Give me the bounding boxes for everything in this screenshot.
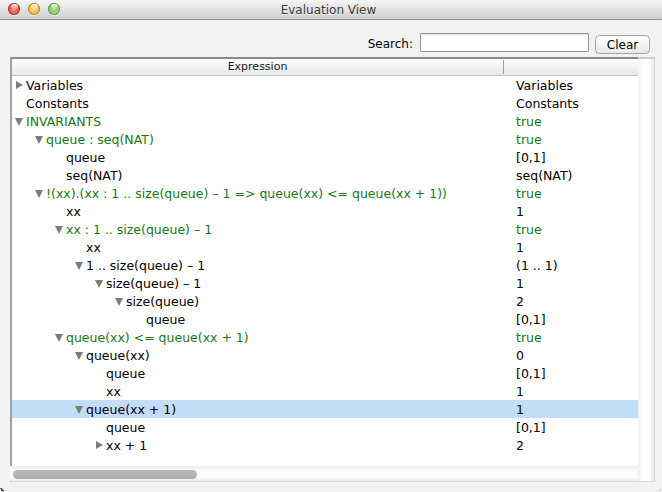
tree-row[interactable]: size(queue)2 [12, 292, 638, 310]
expression-cell: Constants [26, 94, 89, 114]
value-cell: [0,1] [516, 310, 546, 330]
value-cell: 1 [516, 238, 524, 258]
disclosure-triangle-icon[interactable] [94, 436, 106, 454]
horizontal-scrollbar-thumb[interactable] [13, 470, 197, 479]
tree-row[interactable]: queue : seq(NAT)true [12, 130, 638, 148]
expression-cell: xx [66, 202, 81, 222]
disclosure-triangle-icon[interactable] [54, 220, 66, 238]
value-cell: 1 [516, 382, 524, 402]
value-cell: 1 [516, 400, 524, 420]
value-cell: 1 [516, 202, 524, 222]
scrollbar-top-cap [638, 57, 655, 59]
tree-row[interactable]: queue(xx + 1)1 [12, 400, 638, 418]
expression-cell: xx [86, 238, 101, 258]
value-cell: [0,1] [516, 418, 546, 438]
expression-cell: seq(NAT) [66, 166, 122, 186]
value-cell: seq(NAT) [516, 166, 572, 186]
expression-cell: queue [106, 418, 145, 438]
disclosure-triangle-icon[interactable] [74, 400, 86, 418]
expression-cell: queue [66, 148, 105, 168]
tree-row[interactable]: xx1 [12, 382, 638, 400]
tree-row[interactable]: queue[0,1] [12, 148, 638, 166]
window-corner-bottom-left [0, 488, 4, 492]
scrollbar-corner [638, 466, 654, 481]
value-cell: [0,1] [516, 148, 546, 168]
disclosure-triangle-icon[interactable] [34, 184, 46, 202]
expression-cell: !(xx).(xx : 1 .. size(queue) – 1 => queu… [46, 184, 447, 204]
value-cell: 2 [516, 292, 524, 312]
tree-row[interactable]: INVARIANTStrue [12, 112, 638, 130]
tree-row[interactable]: xx1 [12, 202, 638, 220]
expression-cell: queue(xx) <= queue(xx + 1) [66, 328, 249, 348]
tree-row[interactable]: VariablesVariables [12, 76, 638, 94]
value-cell: Variables [516, 76, 573, 96]
expression-cell: xx : 1 .. size(queue) – 1 [66, 220, 212, 240]
table-body: VariablesVariablesConstantsConstantsINVA… [12, 76, 638, 466]
value-cell: true [516, 112, 542, 132]
tree-row[interactable]: queue(xx)0 [12, 346, 638, 364]
evaluation-view-window: Evaluation View Search: Clear Expression… [0, 0, 662, 492]
value-cell: true [516, 328, 542, 348]
disclosure-triangle-icon[interactable] [14, 76, 26, 94]
value-cell: 1 [516, 274, 524, 294]
tree-row[interactable]: 1 .. size(queue) – 1(1 .. 1) [12, 256, 638, 274]
table-header[interactable]: Expression [12, 59, 638, 76]
tree-row[interactable]: queue[0,1] [12, 364, 638, 382]
column-divider[interactable] [503, 60, 504, 74]
twisty-spacer [54, 166, 66, 184]
value-cell: (1 .. 1) [516, 256, 558, 276]
tree-row[interactable]: queue[0,1] [12, 418, 638, 436]
expression-cell: size(queue) [126, 292, 199, 312]
tree-row[interactable]: xx1 [12, 238, 638, 256]
disclosure-triangle-icon[interactable] [114, 292, 126, 310]
horizontal-scrollbar[interactable] [10, 466, 638, 481]
twisty-spacer [134, 310, 146, 328]
tree-row[interactable]: size(queue) – 11 [12, 274, 638, 292]
expression-cell: size(queue) – 1 [106, 274, 201, 294]
twisty-spacer [14, 94, 26, 112]
disclosure-triangle-icon[interactable] [94, 274, 106, 292]
value-cell: Constants [516, 94, 579, 114]
disclosure-triangle-icon[interactable] [74, 346, 86, 364]
value-cell: true [516, 130, 542, 150]
tree-row[interactable]: ConstantsConstants [12, 94, 638, 112]
twisty-spacer [54, 202, 66, 220]
value-cell: [0,1] [516, 364, 546, 384]
tree-row[interactable]: xx : 1 .. size(queue) – 1true [12, 220, 638, 238]
expression-cell: xx [106, 382, 121, 402]
expression-cell: xx + 1 [106, 436, 147, 456]
window-title: Evaluation View [0, 0, 662, 20]
tree-row[interactable]: queue[0,1] [12, 310, 638, 328]
expression-cell: queue(xx) [86, 346, 150, 366]
disclosure-triangle-icon[interactable] [74, 256, 86, 274]
twisty-spacer [74, 238, 86, 256]
search-input[interactable] [420, 33, 589, 52]
value-cell: 0 [516, 346, 524, 366]
value-cell: 2 [516, 436, 524, 456]
twisty-spacer [94, 364, 106, 382]
tree-row[interactable]: !(xx).(xx : 1 .. size(queue) – 1 => queu… [12, 184, 638, 202]
expression-column-header[interactable]: Expression [12, 59, 503, 75]
tree-row[interactable]: seq(NAT)seq(NAT) [12, 166, 638, 184]
title-bar[interactable]: Evaluation View [0, 0, 662, 20]
expression-cell: Variables [26, 76, 83, 96]
expression-cell: queue [106, 364, 145, 384]
expression-cell: queue(xx + 1) [86, 400, 176, 420]
value-cell: true [516, 184, 542, 204]
twisty-spacer [94, 382, 106, 400]
tree-row[interactable]: xx + 12 [12, 436, 638, 454]
expression-cell: queue : seq(NAT) [46, 130, 154, 150]
search-label: Search: [368, 38, 413, 50]
vertical-scrollbar[interactable] [638, 59, 654, 481]
clear-button[interactable]: Clear [595, 35, 650, 54]
disclosure-triangle-icon[interactable] [14, 112, 26, 130]
tree-row[interactable]: queue(xx) <= queue(xx + 1)true [12, 328, 638, 346]
expression-cell: queue [146, 310, 185, 330]
evaluation-tree-table: Expression VariablesVariablesConstantsCo… [10, 57, 655, 482]
expression-cell: 1 .. size(queue) – 1 [86, 256, 205, 276]
disclosure-triangle-icon[interactable] [34, 130, 46, 148]
value-cell: true [516, 220, 542, 240]
twisty-spacer [94, 418, 106, 436]
disclosure-triangle-icon[interactable] [54, 328, 66, 346]
twisty-spacer [54, 148, 66, 166]
